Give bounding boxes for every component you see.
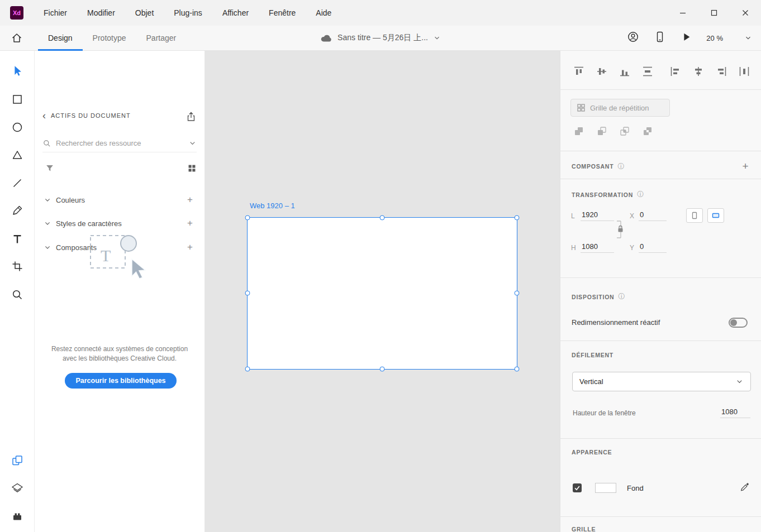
- chevron-down-icon[interactable]: [433, 34, 441, 42]
- canvas[interactable]: Web 1920 – 1: [205, 51, 560, 532]
- scroll-direction-dropdown[interactable]: Vertical: [572, 372, 751, 391]
- layers-panel-toggle[interactable]: [9, 481, 25, 496]
- chevron-down-icon[interactable]: [44, 243, 51, 251]
- pen-tool[interactable]: [9, 203, 25, 218]
- tab-prototype[interactable]: Prototype: [83, 26, 136, 51]
- landscape-button[interactable]: [707, 208, 724, 223]
- info-icon[interactable]: ⓘ: [618, 292, 625, 301]
- selection-handle-e[interactable]: [515, 291, 520, 296]
- fill-color-swatch[interactable]: [595, 483, 616, 493]
- browse-libraries-button[interactable]: Parcourir les bibliothèques: [65, 373, 177, 389]
- device-preview-button[interactable]: [654, 31, 666, 45]
- info-icon[interactable]: ⓘ: [617, 162, 625, 171]
- section-couleurs[interactable]: Couleurs +: [40, 191, 199, 208]
- menu-aide[interactable]: Aide: [306, 0, 341, 26]
- selection-handle-nw[interactable]: [245, 215, 250, 221]
- portrait-button[interactable]: [686, 208, 703, 223]
- line-tool[interactable]: [9, 175, 25, 191]
- align-left-button[interactable]: [668, 64, 683, 79]
- back-chevron-icon[interactable]: ‹: [42, 113, 46, 119]
- artboard-label[interactable]: Web 1920 – 1: [250, 202, 295, 210]
- selection-handle-sw[interactable]: [245, 367, 250, 372]
- text-tool[interactable]: [9, 231, 25, 247]
- align-top-button[interactable]: [572, 64, 586, 79]
- boolean-exclude-icon: [641, 125, 654, 137]
- menu-plugins[interactable]: Plug-ins: [164, 0, 212, 26]
- menu-afficher[interactable]: Afficher: [212, 0, 259, 26]
- search-input[interactable]: [56, 139, 184, 147]
- viewport-height-field[interactable]: 1080: [720, 406, 750, 418]
- account-button[interactable]: [627, 31, 639, 45]
- rectangle-tool[interactable]: [9, 92, 25, 107]
- artboard[interactable]: [248, 218, 517, 369]
- y-field[interactable]: 0: [639, 241, 667, 253]
- menu-fichier[interactable]: Fichier: [34, 0, 77, 26]
- distribute-horizontal-button[interactable]: [737, 64, 752, 79]
- boolean-intersect-button[interactable]: [617, 124, 632, 138]
- orientation-group: [686, 208, 724, 223]
- polygon-tool[interactable]: [9, 147, 25, 163]
- repeat-grid-button[interactable]: Grille de répétition: [570, 99, 670, 117]
- selection-handle-w[interactable]: [245, 291, 250, 296]
- align-middle-button[interactable]: [594, 64, 609, 79]
- search-scope-chevron-icon[interactable]: [188, 139, 197, 147]
- plugins-panel-toggle[interactable]: [9, 509, 25, 524]
- add-component-main-button[interactable]: +: [740, 160, 751, 172]
- responsive-resize-toggle[interactable]: [729, 318, 748, 328]
- height-field[interactable]: 1080: [581, 241, 614, 253]
- chevron-down-icon[interactable]: [44, 196, 51, 204]
- dropdown-chevron-icon: [735, 377, 744, 386]
- boolean-exclude-button[interactable]: [640, 124, 655, 138]
- align-right-button[interactable]: [714, 64, 729, 79]
- divider: [560, 151, 761, 151]
- artboard-tool[interactable]: [9, 258, 25, 274]
- section-styles-label: Styles de caractères: [56, 219, 180, 228]
- tab-design[interactable]: Design: [38, 26, 83, 51]
- eyedropper-button[interactable]: [740, 482, 750, 494]
- chevron-down-icon[interactable]: [44, 219, 51, 227]
- zoom-tool[interactable]: [9, 287, 25, 303]
- ellipse-tool[interactable]: [9, 119, 25, 135]
- zoom-control[interactable]: 20 %: [706, 34, 752, 42]
- select-tool[interactable]: [9, 63, 25, 79]
- close-button[interactable]: [730, 0, 761, 26]
- menu-objet[interactable]: Objet: [125, 0, 164, 26]
- selection-handle-n[interactable]: [380, 215, 385, 221]
- boolean-add-button[interactable]: [572, 124, 586, 138]
- distribute-vertical-button[interactable]: [640, 64, 655, 79]
- add-component-button[interactable]: +: [184, 242, 196, 253]
- assets-panel-header[interactable]: ‹ ACTIFS DU DOCUMENT: [42, 112, 131, 119]
- document-title-group[interactable]: Sans titre — 5月26日 上...: [320, 33, 441, 43]
- boolean-subtract-button[interactable]: [594, 124, 609, 138]
- selection-handle-s[interactable]: [380, 367, 385, 372]
- xd-logo[interactable]: Xd: [10, 6, 23, 20]
- add-color-button[interactable]: +: [184, 194, 196, 205]
- add-character-style-button[interactable]: +: [184, 218, 196, 229]
- grid-view-button[interactable]: [187, 164, 197, 175]
- lock-aspect-icon[interactable]: [616, 220, 625, 239]
- x-field[interactable]: 0: [639, 209, 667, 221]
- section-styles-caracteres[interactable]: Styles de caractères +: [40, 215, 199, 232]
- align-bottom-button[interactable]: [617, 64, 632, 79]
- fill-checkbox[interactable]: [573, 483, 582, 492]
- home-button[interactable]: [4, 26, 29, 51]
- minimize-button[interactable]: [667, 0, 698, 26]
- menu-modifier[interactable]: Modifier: [77, 0, 125, 26]
- export-button[interactable]: [186, 111, 197, 124]
- assets-panel-toggle[interactable]: [9, 453, 25, 468]
- appearance-title: APPARENCE: [572, 449, 612, 456]
- filter-button[interactable]: [45, 163, 55, 175]
- fill-row: Fond: [573, 482, 750, 494]
- selection-handle-se[interactable]: [515, 367, 520, 372]
- menu-fenetre[interactable]: Fenêtre: [259, 0, 306, 26]
- selection-handle-ne[interactable]: [515, 215, 520, 221]
- width-field[interactable]: 1920: [581, 209, 614, 221]
- tab-partager[interactable]: Partager: [136, 26, 187, 51]
- zoom-chevron-icon[interactable]: [744, 34, 752, 42]
- maximize-button[interactable]: [698, 0, 730, 26]
- preview-play-button[interactable]: [681, 31, 692, 45]
- align-center-button[interactable]: [691, 64, 706, 79]
- component-title: COMPOSANT: [572, 163, 613, 170]
- divider: [560, 438, 761, 439]
- info-icon[interactable]: ⓘ: [637, 190, 644, 199]
